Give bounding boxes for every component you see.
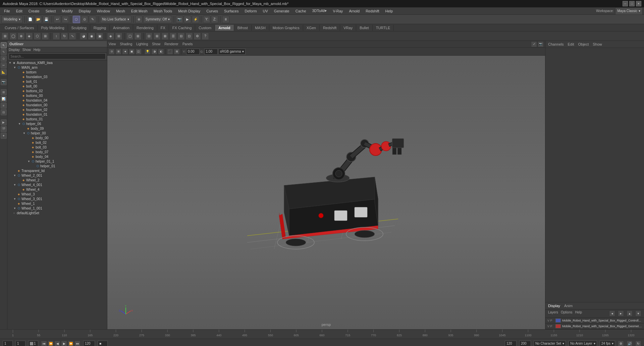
snap-point-button[interactable]: ⊕ (17, 33, 25, 40)
play-back-button[interactable]: ◀ (54, 341, 60, 346)
modeling-dropdown[interactable]: Modeling ▾ (1, 16, 23, 23)
layer-down-btn[interactable]: ▼ (635, 310, 641, 316)
vp-maximize-button[interactable]: ⤢ (531, 41, 537, 47)
no-anim-layer-dropdown[interactable]: No Anim Layer ▾ (569, 341, 597, 346)
menu-modify[interactable]: Modify (59, 8, 75, 14)
step-back-button[interactable]: ⏪ (48, 341, 54, 346)
magnet-button[interactable]: ⊕ (135, 16, 143, 23)
tab-rigging[interactable]: Rigging (90, 25, 110, 31)
menu-generate[interactable]: Generate (271, 8, 292, 14)
no-character-set-dropdown[interactable]: No Character Set ▾ (534, 341, 566, 346)
options-subtab[interactable]: Options (561, 310, 572, 316)
rotate-button[interactable]: ↻ (61, 33, 68, 40)
redo-button[interactable]: ↪ (62, 16, 69, 23)
camera-tool-icon[interactable]: 📷 (1, 79, 7, 85)
layer-next-btn[interactable]: ► (618, 310, 624, 316)
select-tool-icon[interactable]: ↖ (1, 42, 7, 48)
tree-item-bolt_03[interactable]: ◈bolt_03 (7, 145, 107, 150)
attr-editor-button[interactable]: ⊡ (185, 33, 193, 40)
tree-item-helper_06[interactable]: ▼⬡helper_06 (7, 121, 107, 126)
render-button[interactable]: ▶ (184, 16, 191, 23)
paint-select-button[interactable]: ✎ (89, 16, 96, 23)
tree-item-body_09[interactable]: ◈body_09 (7, 126, 107, 131)
tree-item-wheel_2[interactable]: ◈Wheel_2 (7, 178, 107, 182)
anim-end-field[interactable]: 120 (505, 341, 517, 346)
playback-settings-btn[interactable]: ⚙ (618, 341, 624, 346)
vp-menu-view[interactable]: View (109, 42, 116, 46)
timeline-ruler[interactable]: 1 55 110 165 220 275 330 385 440 495 550… (0, 330, 644, 339)
scale-button[interactable]: ⤡ (69, 33, 76, 40)
grid-button[interactable]: ⊟ (145, 33, 153, 40)
vp-wire-btn[interactable]: ◫ (136, 49, 142, 55)
graph-icon[interactable]: 📊 (1, 96, 7, 102)
selection-mode-button[interactable]: ▣ (96, 33, 103, 40)
timeline[interactable]: 1 55 110 165 220 275 330 385 440 495 550… (0, 329, 644, 339)
tree-item-buttons_00[interactable]: ◈buttons_00 (7, 93, 107, 98)
menu-help[interactable]: Help (383, 8, 396, 14)
tree-item-wheel_2_001[interactable]: ▼⬡Wheel_2_001 (7, 173, 107, 178)
tab-animation[interactable]: Animation (110, 25, 133, 31)
outliner-show-menu[interactable]: Show (22, 48, 31, 52)
menu-mesh-tools[interactable]: Mesh Tools (151, 8, 175, 14)
channel-button[interactable]: ⊟ (177, 33, 185, 40)
tab-custom[interactable]: Custom (195, 25, 215, 31)
lasso-button[interactable]: ⊙ (81, 16, 88, 23)
ipr-button[interactable]: ⚡ (192, 16, 199, 23)
soft-select-button[interactable]: ◕ (80, 33, 87, 40)
tree-item-body_07[interactable]: ◈body_07 (7, 150, 107, 154)
tree-item-helper_01_1[interactable]: ▼⬡helper_01_1 (7, 159, 107, 164)
camera-button[interactable]: 📷 (176, 16, 183, 23)
channels-object[interactable]: Object (578, 42, 589, 46)
layout-button[interactable]: ⊞ (153, 33, 161, 40)
tree-item-helper_01[interactable]: ⬡helper_01 (7, 164, 107, 168)
playback-end-frame[interactable]: 120 (83, 341, 95, 346)
xform-y[interactable]: Y: (203, 16, 210, 23)
menu-select[interactable]: Select (43, 8, 59, 14)
viewport-3d[interactable]: X Z Y persp (107, 56, 545, 329)
minimize-button[interactable]: ─ (623, 1, 628, 6)
channels-show[interactable]: Show (593, 42, 602, 46)
layers-subtab[interactable]: Layers (548, 310, 558, 316)
gamma-dropdown[interactable]: sRGB gamma ▾ (218, 49, 246, 55)
tab-redshift[interactable]: Redshift (320, 25, 340, 31)
loop-btn[interactable]: ↻ (635, 341, 641, 346)
tree-item-foundation_01[interactable]: ◈foundation_01 (7, 112, 107, 117)
tab-mash[interactable]: MASH (252, 25, 269, 31)
vp-shadow-btn[interactable]: ◑ (151, 49, 157, 55)
menu-mesh-display[interactable]: Mesh Display (175, 8, 203, 14)
snap-grid-button[interactable]: ⊞ (1, 33, 9, 40)
cut-tool-icon[interactable]: ✂ (1, 62, 7, 68)
tool-settings-button[interactable]: ⚙ (194, 33, 201, 40)
vp-menu-show[interactable]: Show (152, 42, 160, 46)
step-forward-button[interactable]: ⏩ (68, 341, 74, 346)
channels-edit[interactable]: Edit (568, 42, 574, 46)
tree-item-wheel_1_001[interactable]: ▼⬡Wheel_1_001 (7, 206, 107, 211)
paint-tool-icon[interactable]: ✎ (1, 49, 7, 55)
render-view-icon[interactable]: ▶ (1, 119, 7, 125)
tab-sculpting[interactable]: Sculpting (68, 25, 90, 31)
vp-texture-btn[interactable]: ⬛ (167, 49, 173, 55)
tree-item-wheel_3[interactable]: ◈Wheel_3 (7, 192, 107, 196)
window-controls[interactable]: ─ □ ✕ (623, 1, 641, 6)
snap-view-button[interactable]: ⊞ (42, 33, 49, 40)
menu-mesh[interactable]: Mesh (113, 8, 128, 14)
vp-menu-shading[interactable]: Shading (120, 42, 132, 46)
tree-item-bolt_01[interactable]: ◈bolt_01 (7, 79, 107, 84)
tab-turtle[interactable]: TURTLE (373, 25, 394, 31)
anim-tab[interactable]: Anim (564, 304, 573, 308)
tree-item-defaultLightSet[interactable]: ○defaultLightSet (7, 211, 107, 215)
maximize-button[interactable]: □ (629, 1, 635, 6)
menu-3dtoall[interactable]: 3DToAll▾ (310, 8, 330, 14)
menu-vray[interactable]: V-Ray (330, 8, 345, 14)
tree-item-autonomous[interactable]: ▼◆Autonomous_KMR_iiwa (7, 60, 107, 65)
menu-surfaces[interactable]: Surfaces (221, 8, 241, 14)
go-end-button[interactable]: ⏭ (74, 341, 80, 346)
frame-all-button[interactable]: ⊞ (134, 33, 142, 40)
workspace-dropdown[interactable]: Maya Classic ▾ (615, 7, 643, 15)
menu-window[interactable]: Window (94, 8, 113, 14)
tab-motion-graphics[interactable]: Motion Graphics (269, 25, 303, 31)
snap-curve-button[interactable]: ◯ (9, 33, 17, 40)
playback-end-indicator[interactable]: ■ (98, 341, 108, 346)
tree-item-bottom[interactable]: ◈bottom (7, 70, 107, 74)
scene-icon[interactable]: 🎬 (1, 126, 7, 132)
